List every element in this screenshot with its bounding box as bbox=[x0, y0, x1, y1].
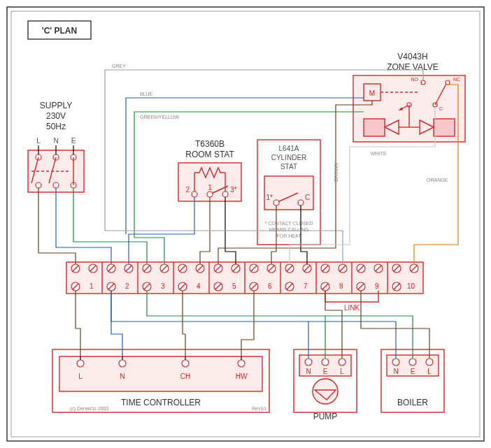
svg-point-95 bbox=[298, 200, 304, 205]
rev-text: Rev1d bbox=[252, 406, 266, 411]
cylstat-t1: 1* bbox=[266, 194, 273, 201]
wirelabel-white: WHITE bbox=[371, 151, 387, 156]
svg-point-90 bbox=[222, 192, 228, 197]
zone-c: C bbox=[439, 106, 443, 111]
roomstat-t3: 3* bbox=[230, 186, 237, 194]
supply-title1: SUPPLY bbox=[40, 101, 72, 110]
svg-point-98 bbox=[421, 80, 425, 85]
supply-title3: 50Hz bbox=[46, 122, 66, 131]
supply-title2: 230V bbox=[46, 111, 66, 121]
junction-label-2: 2 bbox=[125, 282, 129, 290]
cylstat-tc: C bbox=[305, 194, 310, 201]
timer-ch: CH bbox=[180, 373, 190, 380]
timer-title: TIME CONTROLLER bbox=[121, 398, 201, 407]
junction-label-1: 1 bbox=[90, 282, 94, 290]
svg-point-124 bbox=[339, 359, 346, 366]
boiler-n: N bbox=[393, 368, 398, 375]
cylstat-note1: * CONTACT CLOSED bbox=[265, 221, 313, 226]
pump-n: N bbox=[306, 368, 311, 375]
svg-point-88 bbox=[192, 192, 197, 197]
svg-point-116 bbox=[182, 360, 189, 367]
link-label: LINK bbox=[344, 304, 360, 312]
zone-title2: ZONE VALVE bbox=[387, 62, 439, 72]
roomstat-title2: ROOM STAT bbox=[185, 150, 234, 159]
zone-nc: NC bbox=[453, 77, 460, 82]
svg-point-74 bbox=[36, 182, 41, 188]
svg-rect-92 bbox=[264, 176, 313, 210]
roomstat-t2: 2 bbox=[185, 186, 190, 194]
supply-e: E bbox=[71, 137, 76, 145]
cylstat-title1: L641A bbox=[279, 145, 299, 152]
boiler-title: BOILER bbox=[397, 398, 428, 407]
svg-point-118 bbox=[238, 360, 245, 367]
cylstat-note2: MEANS CALLING bbox=[269, 227, 309, 232]
svg-point-94 bbox=[273, 200, 279, 205]
junction-label-9: 9 bbox=[375, 282, 379, 290]
svg-rect-107 bbox=[434, 119, 455, 136]
zone-no: NO bbox=[411, 77, 419, 82]
svg-point-127 bbox=[392, 359, 399, 366]
wirelabel-orange: ORANGE bbox=[427, 178, 448, 182]
junction-label-6: 6 bbox=[268, 282, 272, 290]
roomstat-title1: T6360B bbox=[195, 139, 225, 149]
title-text: 'C' PLAN bbox=[42, 26, 77, 36]
wirelabel-green: GREEN/YELLOW bbox=[140, 115, 179, 120]
svg-point-105 bbox=[400, 108, 403, 110]
copyright-text: (c) DerekOz 2003 bbox=[70, 406, 108, 412]
pump-title: PUMP bbox=[313, 412, 338, 421]
junction-label-8: 8 bbox=[339, 282, 343, 290]
junction-label-5: 5 bbox=[232, 282, 236, 290]
svg-rect-106 bbox=[364, 119, 385, 136]
cylstat-title3: STAT bbox=[280, 163, 297, 171]
svg-point-128 bbox=[409, 359, 416, 366]
boiler-e: E bbox=[411, 368, 415, 375]
cylstat-title2: CYLINDER bbox=[271, 154, 307, 161]
wirelabel-grey: GREY bbox=[112, 64, 126, 68]
timer-n: N bbox=[120, 373, 124, 380]
junction-label-4: 4 bbox=[197, 282, 201, 290]
svg-point-89 bbox=[207, 192, 213, 197]
svg-point-122 bbox=[305, 359, 312, 366]
svg-point-129 bbox=[426, 359, 433, 366]
zone-title1: V4043H bbox=[397, 52, 427, 62]
svg-point-123 bbox=[322, 359, 329, 366]
pump-l: L bbox=[340, 368, 344, 375]
svg-rect-111 bbox=[59, 356, 262, 391]
pump-e: E bbox=[323, 368, 328, 375]
junction-label-10: 10 bbox=[407, 282, 415, 290]
svg-point-112 bbox=[77, 360, 84, 367]
svg-point-114 bbox=[119, 360, 126, 367]
wirelabel-blue: BLUE bbox=[140, 92, 153, 96]
cylstat-note3: FOR HEAT bbox=[277, 233, 302, 238]
junction-label-7: 7 bbox=[304, 282, 308, 290]
supply-n: N bbox=[53, 137, 58, 145]
zone-m: M bbox=[369, 89, 375, 97]
wirelabel-brown: BROWN bbox=[334, 163, 339, 182]
junction-box bbox=[66, 262, 423, 294]
roomstat-t1: 1 bbox=[208, 184, 212, 192]
svg-point-75 bbox=[53, 182, 59, 188]
supply-l: L bbox=[36, 137, 41, 145]
timer-l: L bbox=[78, 373, 83, 380]
boiler-l: L bbox=[427, 368, 432, 375]
junction-label-3: 3 bbox=[161, 282, 165, 290]
timer-hw: HW bbox=[236, 373, 248, 380]
